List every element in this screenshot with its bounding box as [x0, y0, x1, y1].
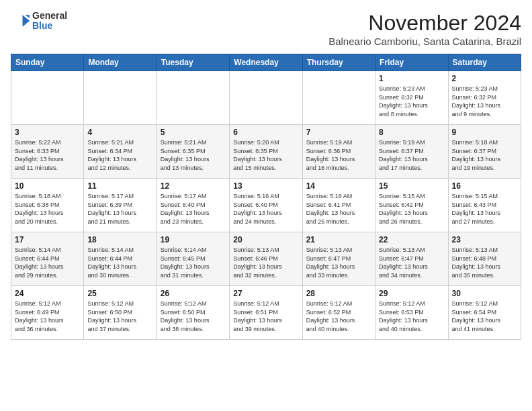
day-number: 15: [379, 181, 444, 191]
calendar-cell: 22Sunrise: 5:13 AM Sunset: 6:47 PM Dayli…: [375, 232, 448, 286]
calendar-cell: 15Sunrise: 5:15 AM Sunset: 6:42 PM Dayli…: [375, 179, 448, 232]
day-number: 6: [233, 128, 298, 137]
week-row-3: 17Sunrise: 5:14 AM Sunset: 6:44 PM Dayli…: [11, 232, 521, 286]
logo-text: General Blue: [32, 11, 67, 32]
day-number: 13: [233, 181, 298, 191]
day-info: Sunrise: 5:22 AM Sunset: 6:33 PM Dayligh…: [15, 138, 80, 172]
month-title: November 2024: [328, 11, 521, 36]
calendar-cell: [157, 71, 229, 125]
day-info: Sunrise: 5:12 AM Sunset: 6:54 PM Dayligh…: [452, 300, 517, 333]
calendar-cell: 27Sunrise: 5:12 AM Sunset: 6:51 PM Dayli…: [230, 286, 302, 340]
day-number: 10: [15, 181, 80, 191]
day-number: 29: [379, 289, 444, 298]
day-info: Sunrise: 5:16 AM Sunset: 6:41 PM Dayligh…: [306, 192, 371, 226]
calendar-cell: 16Sunrise: 5:15 AM Sunset: 6:43 PM Dayli…: [448, 179, 521, 232]
day-number: 12: [161, 181, 226, 191]
day-info: Sunrise: 5:17 AM Sunset: 6:40 PM Dayligh…: [161, 192, 226, 226]
week-row-1: 3Sunrise: 5:22 AM Sunset: 6:33 PM Daylig…: [11, 125, 521, 179]
calendar-cell: 21Sunrise: 5:13 AM Sunset: 6:47 PM Dayli…: [302, 232, 375, 286]
day-number: 28: [306, 289, 371, 298]
day-info: Sunrise: 5:18 AM Sunset: 6:37 PM Dayligh…: [452, 138, 517, 172]
calendar-cell: 12Sunrise: 5:17 AM Sunset: 6:40 PM Dayli…: [157, 179, 229, 232]
calendar-body: 1Sunrise: 5:23 AM Sunset: 6:32 PM Daylig…: [11, 71, 521, 340]
calendar-cell: 19Sunrise: 5:14 AM Sunset: 6:45 PM Dayli…: [157, 232, 229, 286]
calendar-cell: 7Sunrise: 5:19 AM Sunset: 6:36 PM Daylig…: [302, 125, 375, 179]
logo-line2: Blue: [32, 21, 67, 31]
logo-line1: General: [32, 11, 67, 21]
day-info: Sunrise: 5:15 AM Sunset: 6:43 PM Dayligh…: [452, 192, 517, 226]
weekday-header-monday: Monday: [84, 54, 157, 71]
day-number: 3: [15, 128, 80, 137]
calendar-cell: 29Sunrise: 5:12 AM Sunset: 6:53 PM Dayli…: [375, 286, 448, 340]
day-info: Sunrise: 5:23 AM Sunset: 6:32 PM Dayligh…: [452, 85, 517, 118]
day-info: Sunrise: 5:13 AM Sunset: 6:47 PM Dayligh…: [379, 246, 444, 279]
day-info: Sunrise: 5:13 AM Sunset: 6:46 PM Dayligh…: [233, 246, 298, 279]
calendar-cell: [230, 71, 302, 125]
calendar-cell: 1Sunrise: 5:23 AM Sunset: 6:32 PM Daylig…: [375, 71, 448, 125]
calendar-cell: 10Sunrise: 5:18 AM Sunset: 6:38 PM Dayli…: [11, 179, 84, 232]
day-number: 14: [306, 181, 371, 191]
calendar-cell: [11, 71, 84, 125]
calendar-cell: 3Sunrise: 5:22 AM Sunset: 6:33 PM Daylig…: [11, 125, 84, 179]
day-info: Sunrise: 5:16 AM Sunset: 6:40 PM Dayligh…: [233, 192, 298, 226]
weekday-header-friday: Friday: [375, 54, 448, 71]
weekday-header-tuesday: Tuesday: [157, 54, 229, 71]
calendar-cell: 17Sunrise: 5:14 AM Sunset: 6:44 PM Dayli…: [11, 232, 84, 286]
day-info: Sunrise: 5:18 AM Sunset: 6:38 PM Dayligh…: [15, 192, 80, 226]
week-row-2: 10Sunrise: 5:18 AM Sunset: 6:38 PM Dayli…: [11, 179, 521, 232]
calendar-cell: [302, 71, 375, 125]
week-row-4: 24Sunrise: 5:12 AM Sunset: 6:49 PM Dayli…: [11, 286, 521, 340]
weekday-header-saturday: Saturday: [448, 54, 521, 71]
day-info: Sunrise: 5:12 AM Sunset: 6:53 PM Dayligh…: [379, 300, 444, 333]
calendar-cell: 2Sunrise: 5:23 AM Sunset: 6:32 PM Daylig…: [448, 71, 521, 125]
page-header: General Blue November 2024 Balneario Cam…: [11, 11, 521, 47]
day-number: 23: [452, 235, 517, 244]
day-number: 9: [452, 128, 517, 137]
weekday-header-thursday: Thursday: [302, 54, 375, 71]
day-number: 5: [161, 128, 226, 137]
calendar-cell: 26Sunrise: 5:12 AM Sunset: 6:50 PM Dayli…: [157, 286, 229, 340]
day-number: 17: [15, 235, 80, 244]
day-info: Sunrise: 5:17 AM Sunset: 6:39 PM Dayligh…: [87, 192, 152, 226]
day-number: 7: [306, 128, 371, 137]
day-info: Sunrise: 5:19 AM Sunset: 6:37 PM Dayligh…: [379, 138, 444, 172]
weekday-header-sunday: Sunday: [11, 54, 84, 71]
calendar-cell: 4Sunrise: 5:21 AM Sunset: 6:34 PM Daylig…: [84, 125, 157, 179]
day-number: 27: [233, 289, 298, 298]
day-info: Sunrise: 5:15 AM Sunset: 6:42 PM Dayligh…: [379, 192, 444, 226]
calendar-header: SundayMondayTuesdayWednesdayThursdayFrid…: [11, 54, 521, 71]
day-number: 22: [379, 235, 444, 244]
day-info: Sunrise: 5:12 AM Sunset: 6:49 PM Dayligh…: [15, 300, 80, 333]
day-number: 11: [87, 181, 152, 191]
day-number: 2: [452, 74, 517, 83]
calendar-cell: 5Sunrise: 5:21 AM Sunset: 6:35 PM Daylig…: [157, 125, 229, 179]
day-number: 18: [87, 235, 152, 244]
logo: General Blue: [11, 11, 67, 32]
weekday-header-wednesday: Wednesday: [230, 54, 302, 71]
day-number: 24: [15, 289, 80, 298]
calendar-cell: 9Sunrise: 5:18 AM Sunset: 6:37 PM Daylig…: [448, 125, 521, 179]
day-info: Sunrise: 5:12 AM Sunset: 6:52 PM Dayligh…: [306, 300, 371, 333]
location: Balneario Camboriu, Santa Catarina, Braz…: [328, 36, 521, 47]
day-number: 26: [161, 289, 226, 298]
day-number: 16: [452, 181, 517, 191]
day-number: 30: [452, 289, 517, 298]
calendar-table: SundayMondayTuesdayWednesdayThursdayFrid…: [11, 54, 521, 340]
day-info: Sunrise: 5:14 AM Sunset: 6:44 PM Dayligh…: [87, 246, 152, 279]
week-row-0: 1Sunrise: 5:23 AM Sunset: 6:32 PM Daylig…: [11, 71, 521, 125]
calendar-cell: 8Sunrise: 5:19 AM Sunset: 6:37 PM Daylig…: [375, 125, 448, 179]
day-info: Sunrise: 5:12 AM Sunset: 6:50 PM Dayligh…: [161, 300, 226, 333]
day-info: Sunrise: 5:14 AM Sunset: 6:44 PM Dayligh…: [15, 246, 80, 279]
title-block: November 2024 Balneario Camboriu, Santa …: [328, 11, 521, 47]
day-number: 19: [161, 235, 226, 244]
calendar-cell: [84, 71, 157, 125]
day-info: Sunrise: 5:23 AM Sunset: 6:32 PM Dayligh…: [379, 85, 444, 118]
day-info: Sunrise: 5:20 AM Sunset: 6:35 PM Dayligh…: [233, 138, 298, 172]
day-info: Sunrise: 5:19 AM Sunset: 6:36 PM Dayligh…: [306, 138, 371, 172]
day-number: 1: [379, 74, 444, 83]
day-number: 21: [306, 235, 371, 244]
calendar-cell: 20Sunrise: 5:13 AM Sunset: 6:46 PM Dayli…: [230, 232, 302, 286]
calendar-cell: 23Sunrise: 5:13 AM Sunset: 6:48 PM Dayli…: [448, 232, 521, 286]
logo-icon: [11, 11, 30, 30]
calendar-cell: 14Sunrise: 5:16 AM Sunset: 6:41 PM Dayli…: [302, 179, 375, 232]
